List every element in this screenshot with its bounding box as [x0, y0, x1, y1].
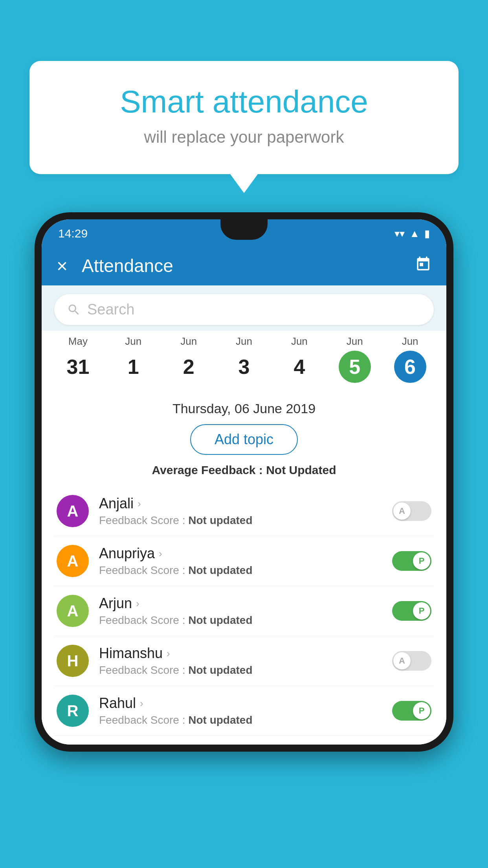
student-name: Arjun › — [99, 595, 382, 612]
toggle-switch[interactable]: A — [392, 501, 431, 521]
status-time: 14:29 — [58, 227, 88, 240]
date-cell-2[interactable]: Jun2 — [161, 335, 216, 383]
avg-feedback: Average Feedback : Not Updated — [54, 463, 434, 477]
feedback-value: Not updated — [188, 664, 252, 676]
chevron-right-icon: › — [138, 498, 141, 510]
add-topic-button[interactable]: Add topic — [190, 424, 298, 455]
date-month: Jun — [272, 335, 327, 348]
search-placeholder: Search — [87, 301, 134, 318]
main-content: Thursday, 06 June 2019 Add topic Average… — [42, 392, 446, 745]
student-feedback: Feedback Score : Not updated — [99, 564, 382, 577]
speech-bubble-subtitle: will replace your paperwork — [61, 128, 427, 147]
student-item-4[interactable]: RRahul ›Feedback Score : Not updatedP — [54, 686, 434, 736]
student-avatar: A — [57, 545, 89, 577]
search-bar[interactable]: Search — [54, 294, 434, 325]
student-item-3[interactable]: HHimanshu ›Feedback Score : Not updatedA — [54, 636, 434, 686]
toggle-switch[interactable]: P — [392, 701, 431, 721]
attendance-toggle[interactable]: A — [392, 651, 431, 671]
chevron-right-icon: › — [140, 697, 143, 710]
phone-notch — [220, 219, 268, 240]
date-number: 1 — [117, 351, 149, 383]
student-item-0[interactable]: AAnjali ›Feedback Score : Not updatedA — [54, 486, 434, 536]
signal-icon: ▲ — [409, 228, 420, 240]
student-feedback: Feedback Score : Not updated — [99, 514, 382, 527]
chevron-right-icon: › — [136, 598, 139, 610]
toggle-switch[interactable]: A — [392, 651, 431, 671]
speech-bubble-title: Smart attendance — [61, 85, 427, 119]
date-cell-0[interactable]: May31 — [50, 335, 106, 383]
student-feedback: Feedback Score : Not updated — [99, 664, 382, 677]
date-cell-1[interactable]: Jun1 — [106, 335, 161, 383]
date-cell-6[interactable]: Jun6 — [382, 335, 438, 383]
date-month: Jun — [161, 335, 216, 348]
student-item-2[interactable]: AArjun ›Feedback Score : Not updatedP — [54, 586, 434, 636]
feedback-value: Not updated — [188, 564, 252, 576]
date-month: Jun — [327, 335, 382, 348]
student-avatar: R — [57, 695, 89, 727]
toggle-switch[interactable]: P — [392, 601, 431, 621]
battery-icon: ▮ — [424, 228, 430, 240]
date-number: 3 — [228, 351, 260, 383]
toggle-knob: P — [413, 552, 430, 570]
calendar-icon[interactable] — [415, 256, 431, 276]
student-name: Himanshu › — [99, 645, 382, 662]
avg-feedback-value: Not Updated — [266, 463, 336, 476]
student-name: Anjali › — [99, 495, 382, 512]
wifi-icon: ▾▾ — [394, 228, 405, 240]
date-number: 31 — [62, 351, 94, 383]
feedback-value: Not updated — [188, 514, 252, 526]
student-info: Anjali ›Feedback Score : Not updated — [99, 495, 382, 527]
toggle-knob: A — [393, 652, 411, 669]
status-icons: ▾▾ ▲ ▮ — [394, 228, 430, 240]
search-bar-container: Search — [42, 285, 446, 331]
toggle-knob: P — [413, 602, 430, 620]
chevron-right-icon: › — [159, 548, 162, 560]
student-item-1[interactable]: AAnupriya ›Feedback Score : Not updatedP — [54, 536, 434, 586]
date-month: Jun — [382, 335, 438, 348]
selected-date-label: Thursday, 06 June 2019 — [54, 401, 434, 416]
date-month: May — [50, 335, 106, 348]
student-info: Arjun ›Feedback Score : Not updated — [99, 595, 382, 627]
student-avatar: H — [57, 645, 89, 677]
toggle-switch[interactable]: P — [392, 551, 431, 571]
toggle-knob: A — [393, 502, 411, 520]
student-info: Anupriya ›Feedback Score : Not updated — [99, 545, 382, 577]
date-number: 4 — [283, 351, 316, 383]
attendance-toggle[interactable]: P — [392, 601, 431, 621]
feedback-value: Not updated — [188, 714, 252, 726]
student-list: AAnjali ›Feedback Score : Not updatedAAA… — [54, 486, 434, 736]
toggle-knob: P — [413, 702, 430, 719]
date-cell-3[interactable]: Jun3 — [216, 335, 272, 383]
close-button[interactable]: × — [57, 255, 68, 277]
date-month: Jun — [106, 335, 161, 348]
app-bar-title: Attendance — [82, 255, 415, 276]
speech-bubble: Smart attendance will replace your paper… — [29, 61, 459, 174]
student-feedback: Feedback Score : Not updated — [99, 714, 382, 726]
student-avatar: A — [57, 495, 89, 527]
student-avatar: A — [57, 595, 89, 627]
student-info: Rahul ›Feedback Score : Not updated — [99, 695, 382, 726]
student-feedback: Feedback Score : Not updated — [99, 614, 382, 627]
student-info: Himanshu ›Feedback Score : Not updated — [99, 645, 382, 677]
search-icon — [67, 303, 81, 317]
attendance-toggle[interactable]: P — [392, 701, 431, 721]
attendance-toggle[interactable]: A — [392, 501, 431, 521]
date-number: 2 — [172, 351, 205, 383]
date-scroller: May31Jun1Jun2Jun3Jun4Jun5Jun6 — [42, 331, 446, 392]
chevron-right-icon: › — [167, 647, 170, 660]
avg-feedback-label: Average Feedback : — [152, 463, 262, 476]
date-cell-4[interactable]: Jun4 — [272, 335, 327, 383]
date-number: 5 — [339, 351, 371, 383]
attendance-toggle[interactable]: P — [392, 551, 431, 571]
date-number: 6 — [394, 351, 426, 383]
date-cell-5[interactable]: Jun5 — [327, 335, 382, 383]
phone-mockup: 14:29 ▾▾ ▲ ▮ × Attendance — [35, 212, 453, 868]
student-name: Rahul › — [99, 695, 382, 712]
student-name: Anupriya › — [99, 545, 382, 562]
app-bar: × Attendance — [42, 246, 446, 285]
date-month: Jun — [216, 335, 272, 348]
feedback-value: Not updated — [188, 614, 252, 626]
